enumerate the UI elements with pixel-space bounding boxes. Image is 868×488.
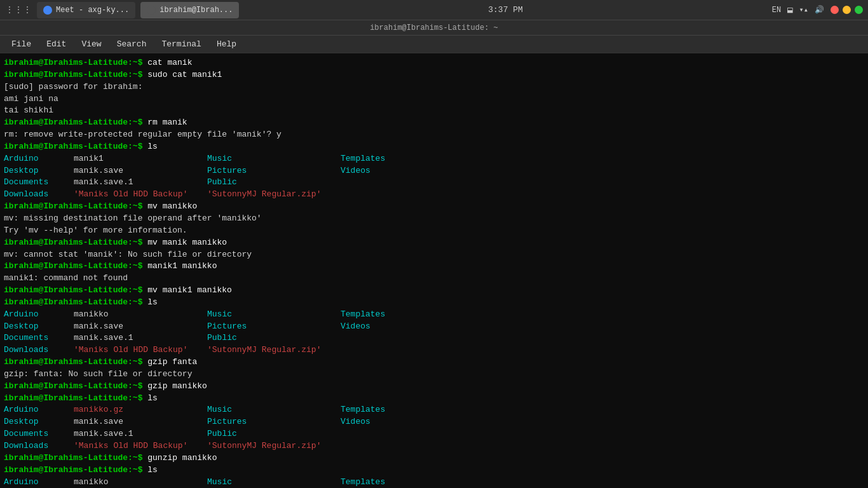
- ls-cell: Arduino: [4, 477, 74, 488]
- ls-cell: [468, 321, 864, 333]
- ls-output: Arduinomanik1MusicTemplatesDesktopmanik.…: [4, 153, 864, 201]
- terminal-output-line: manik1: command not found: [4, 273, 864, 285]
- ls-cell: [341, 440, 468, 452]
- terminal-cmd-line: ibrahim@Ibrahims-Latitude:~$ manik1 mani…: [4, 261, 864, 273]
- terminal-output-line: Try 'mv --help' for more information.: [4, 225, 864, 237]
- terminal-cmd-line: ibrahim@Ibrahims-Latitude:~$ cat manik: [4, 57, 864, 69]
- terminal-output-line: ami jani na: [4, 93, 864, 105]
- ls-cell: Downloads: [4, 344, 74, 356]
- ls-cell: 'Maniks Old HDD Backup': [74, 189, 207, 201]
- grid-icon[interactable]: ⋮⋮⋮: [5, 4, 32, 15]
- ls-cell: [341, 344, 468, 356]
- terminal-cmd-line: ibrahim@Ibrahims-Latitude:~$ mv manik1 m…: [4, 285, 864, 297]
- terminal-tab-label: ibrahim@Ibrah...: [159, 6, 233, 15]
- terminal-cmd-line: ibrahim@Ibrahims-Latitude:~$ gzip fanta: [4, 356, 864, 369]
- ls-cell: [468, 404, 864, 416]
- terminal-output-line: gzip: fanta: No such file or directory: [4, 369, 864, 381]
- ls-cell: Templates: [341, 309, 468, 321]
- ls-cell: Desktop: [4, 165, 74, 177]
- ls-cell: manik.save.1: [74, 332, 207, 344]
- taskbar-right: EN ⬓ ▾▴ 🔊: [772, 4, 863, 15]
- terminal-cmd-line: ibrahim@Ibrahims-Latitude:~$ ls: [4, 464, 864, 477]
- terminal-output-line: mv: missing destination file operand aft…: [4, 213, 864, 225]
- ls-cell: manik.save.1: [74, 428, 207, 440]
- ls-cell: [468, 153, 864, 165]
- ls-cell: Music: [207, 477, 341, 488]
- ls-cell: [468, 440, 864, 452]
- ls-cell: Pictures: [207, 321, 341, 333]
- ls-cell: Documents: [4, 177, 74, 189]
- ls-cell: Downloads: [4, 440, 74, 452]
- terminal-cmd-line: ibrahim@Ibrahims-Latitude:~$ gzip manikk…: [4, 381, 864, 393]
- menu-file[interactable]: File: [5, 37, 37, 51]
- ls-cell: [468, 309, 864, 321]
- terminal-tab[interactable]: ibrahim@Ibrah...: [140, 2, 239, 18]
- menu-help[interactable]: Help: [210, 37, 243, 51]
- ls-cell: Videos: [341, 165, 468, 177]
- ls-cell: Arduino: [4, 404, 74, 416]
- menu-search[interactable]: Search: [111, 37, 153, 51]
- ls-cell: Music: [207, 153, 341, 165]
- ls-cell: manik.save: [74, 165, 207, 177]
- terminal-cmd-line: ibrahim@Ibrahims-Latitude:~$ ls: [4, 297, 864, 309]
- ls-cell: [468, 477, 864, 488]
- taskbar: ⋮⋮⋮ Meet - axg-ky... ibrahim@Ibrah... 3:…: [0, 0, 868, 20]
- ls-cell: [468, 165, 864, 177]
- lang-indicator: EN: [772, 6, 781, 15]
- terminal-cmd-line: ibrahim@Ibrahims-Latitude:~$ mv manik ma…: [4, 237, 864, 249]
- menu-terminal[interactable]: Terminal: [155, 37, 207, 51]
- chrome-tab-label: Meet - axg-ky...: [56, 6, 129, 15]
- terminal-output-line: tai shikhi: [4, 105, 864, 117]
- minimize-button[interactable]: [843, 6, 851, 14]
- ls-cell: Arduino: [4, 309, 74, 321]
- ls-cell: 'SutonnyMJ Regular.zip': [207, 189, 341, 201]
- traffic-lights: [831, 6, 863, 14]
- terminal-title: ibrahim@Ibrahims-Latitude: ~: [370, 24, 498, 32]
- terminal-cmd-line: ibrahim@Ibrahims-Latitude:~$ mv manikko: [4, 201, 864, 213]
- ls-cell: Public: [207, 177, 341, 189]
- ls-cell: Templates: [341, 477, 468, 488]
- ls-cell: Documents: [4, 332, 74, 344]
- chrome-icon: [43, 6, 52, 15]
- ls-cell: Desktop: [4, 321, 74, 333]
- menubar: File Edit View Search Terminal Help: [0, 36, 868, 53]
- volume-icon: 🔊: [815, 5, 824, 15]
- ls-cell: Music: [207, 404, 341, 416]
- ls-cell: Pictures: [207, 416, 341, 428]
- terminal-cmd-line: ibrahim@Ibrahims-Latitude:~$ rm manik: [4, 117, 864, 129]
- ls-output: ArduinomanikkoMusicTemplatesDesktopmanik…: [4, 309, 864, 356]
- ls-cell: Arduino: [4, 153, 74, 165]
- ls-cell: Downloads: [4, 189, 74, 201]
- chrome-tab[interactable]: Meet - axg-ky...: [37, 2, 135, 18]
- ls-cell: manik1: [74, 153, 207, 165]
- terminal-output-line: mv: cannot stat 'manik': No such file or…: [4, 249, 864, 261]
- terminal-titlebar: ibrahim@Ibrahims-Latitude: ~: [0, 20, 868, 36]
- menu-view[interactable]: View: [75, 37, 107, 51]
- terminal-output-line: rm: remove write-protected regular empty…: [4, 129, 864, 141]
- terminal-tab-icon: [147, 6, 156, 15]
- ls-cell: Pictures: [207, 165, 341, 177]
- ls-cell: 'Maniks Old HDD Backup': [74, 440, 207, 452]
- ls-cell: [341, 189, 468, 201]
- terminal-cmd-line: ibrahim@Ibrahims-Latitude:~$ gunzip mani…: [4, 452, 864, 464]
- ls-cell: manik.save: [74, 321, 207, 333]
- ls-cell: [341, 177, 468, 189]
- ls-cell: Public: [207, 332, 341, 344]
- ls-cell: manikko: [74, 309, 207, 321]
- terminal-content[interactable]: ibrahim@Ibrahims-Latitude:~$ cat manikib…: [0, 53, 868, 488]
- menu-edit[interactable]: Edit: [40, 37, 72, 51]
- ls-cell: manik.save: [74, 416, 207, 428]
- ls-cell: 'Maniks Old HDD Backup': [74, 344, 207, 356]
- close-button[interactable]: [831, 6, 839, 14]
- ls-cell: [468, 344, 864, 356]
- ls-cell: Templates: [341, 153, 468, 165]
- ls-cell: 'SutonnyMJ Regular.zip': [207, 440, 341, 452]
- ls-cell: Videos: [341, 416, 468, 428]
- maximize-button[interactable]: [855, 6, 863, 14]
- ls-cell: Templates: [341, 404, 468, 416]
- terminal-cmd-line: ibrahim@Ibrahims-Latitude:~$ sudo cat ma…: [4, 69, 864, 81]
- ls-output: Arduinomanikko.gzMusicTemplatesDesktopma…: [4, 404, 864, 452]
- ls-cell: 'SutonnyMJ Regular.zip': [207, 344, 341, 356]
- wifi-icon: ▾▴: [799, 5, 808, 15]
- ls-cell: manikko.gz: [74, 404, 207, 416]
